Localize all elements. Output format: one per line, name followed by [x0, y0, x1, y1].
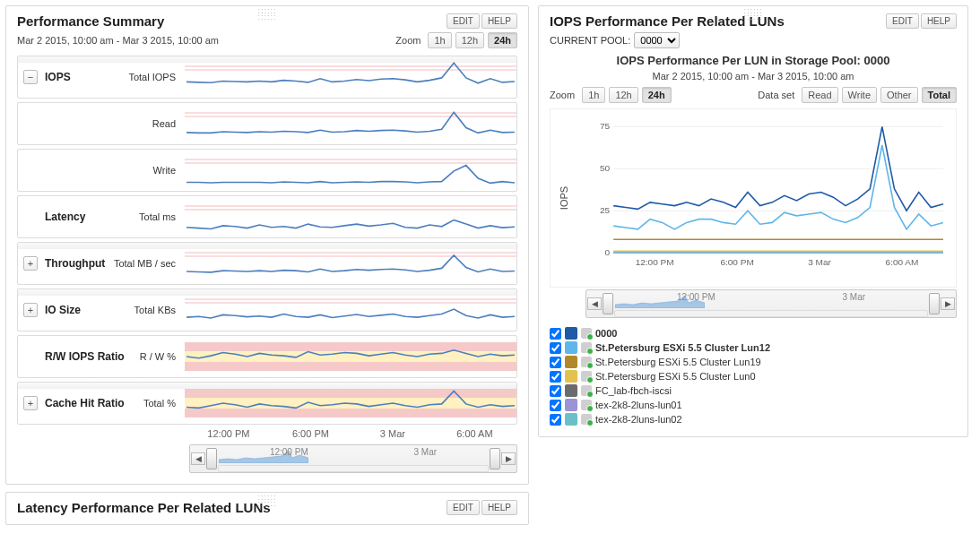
- scrub-prev-icon[interactable]: ◀: [587, 297, 602, 310]
- legend-label: FC_lab-fbch-iscsi: [595, 385, 672, 396]
- svg-rect-12: [185, 342, 516, 351]
- metric-row: Write: [17, 149, 517, 192]
- summary-time-axis: 12:00 PM 6:00 PM 3 Mar 6:00 AM: [189, 428, 517, 443]
- chart-scrubber[interactable]: ◀ 12:00 PM 3 Mar ▶: [585, 289, 957, 318]
- svg-text:6:00 PM: 6:00 PM: [720, 257, 753, 267]
- color-swatch-icon: [565, 384, 577, 397]
- svg-rect-13: [185, 362, 516, 371]
- zoom-12h[interactable]: 12h: [609, 87, 637, 103]
- dataset-read[interactable]: Read: [802, 87, 837, 103]
- svg-rect-16: [185, 409, 516, 418]
- svg-rect-15: [185, 389, 516, 398]
- expand-toggle-icon[interactable]: +: [23, 303, 38, 317]
- metric-sub: Total %: [143, 398, 176, 409]
- lun-icon: [581, 328, 592, 339]
- zoom-1h[interactable]: 1h: [582, 87, 605, 103]
- pool-select[interactable]: 0000: [634, 32, 680, 48]
- legend-checkbox[interactable]: [550, 357, 561, 368]
- sparkline: [185, 385, 516, 421]
- status-dot-icon: [586, 376, 594, 383]
- scrub-next-icon[interactable]: ▶: [501, 452, 516, 465]
- lun-icon: [581, 414, 592, 425]
- metric-name: IOPS: [45, 71, 128, 83]
- metric-sub: Write: [153, 165, 176, 176]
- legend-label: St.Petersburg ESXi 5.5 Cluster Lun12: [595, 342, 770, 353]
- help-button[interactable]: HELP: [481, 13, 517, 29]
- timeline-scrubber[interactable]: ◀ 12:00 PM 3 Mar ▶: [189, 444, 517, 473]
- metric-row: Read: [17, 102, 517, 145]
- dataset-other[interactable]: Other: [880, 87, 918, 103]
- zoom-24h[interactable]: 24h: [488, 32, 517, 48]
- dataset-label: Data set: [758, 90, 794, 100]
- legend-label: tex-2k8-2luns-lun01: [595, 400, 682, 410]
- svg-text:25: 25: [600, 205, 611, 215]
- metric-name: Throughput: [45, 257, 114, 270]
- legend-item: St.Petersburg ESXi 5.5 Cluster Lun12: [550, 341, 957, 354]
- current-pool-label: CURRENT POOL:: [550, 35, 630, 46]
- lun-icon: [581, 357, 592, 367]
- color-swatch-icon: [565, 399, 577, 411]
- metric-sub: Total ms: [139, 211, 176, 222]
- sparkline: [185, 245, 516, 281]
- edit-button[interactable]: EDIT: [447, 500, 480, 515]
- legend-checkbox[interactable]: [550, 385, 561, 397]
- legend-item: tex-2k8-2luns-lun02: [550, 413, 957, 426]
- scrub-track[interactable]: [614, 310, 928, 317]
- expand-toggle-icon[interactable]: +: [23, 256, 38, 271]
- expand-toggle-icon[interactable]: −: [23, 70, 38, 84]
- legend-item: tex-2k8-2luns-lun01: [550, 399, 957, 411]
- legend-checkbox[interactable]: [550, 371, 561, 383]
- metric-row: − IOPS Total IOPS: [17, 56, 517, 99]
- metric-sub: Total KBs: [134, 305, 176, 315]
- legend-item: 0000: [550, 327, 957, 340]
- color-swatch-icon: [565, 356, 577, 368]
- edit-button[interactable]: EDIT: [447, 13, 480, 29]
- scrub-handle-right[interactable]: [929, 293, 940, 314]
- drag-handle-icon[interactable]: ::::::::::::: [743, 8, 762, 21]
- zoom-label: Zoom: [550, 90, 575, 100]
- drag-handle-icon[interactable]: ::::::::::::: [257, 8, 276, 21]
- lun-icon: [581, 385, 592, 396]
- scrub-handle-left[interactable]: [603, 293, 613, 314]
- scrub-track[interactable]: [218, 465, 489, 472]
- scrub-prev-icon[interactable]: ◀: [191, 452, 205, 465]
- legend-label: St.Petersburg ESXi 5.5 Cluster Lun0: [595, 371, 756, 382]
- performance-summary-panel: :::::::::::: Performance Summary EDIT HE…: [5, 5, 529, 485]
- chart-title: IOPS Performance Per LUN in Storage Pool…: [550, 54, 957, 67]
- chart-legend: 0000 St.Petersburg ESXi 5.5 Cluster Lun1…: [550, 327, 957, 426]
- metric-name: Latency: [45, 211, 139, 223]
- legend-checkbox[interactable]: [550, 328, 561, 340]
- metric-row: Latency Total ms: [17, 195, 517, 238]
- zoom-1h[interactable]: 1h: [428, 32, 451, 48]
- scrub-handle-right[interactable]: [490, 448, 500, 469]
- expand-toggle-icon[interactable]: +: [23, 396, 38, 410]
- scrub-handle-left[interactable]: [206, 448, 217, 469]
- legend-checkbox[interactable]: [550, 342, 561, 354]
- dataset-write[interactable]: Write: [842, 87, 877, 103]
- legend-checkbox[interactable]: [550, 414, 561, 426]
- iops-per-lun-panel: :::::::::::: IOPS Performance Per Relate…: [538, 5, 968, 437]
- lun-icon: [581, 371, 592, 382]
- svg-text:0: 0: [605, 247, 611, 257]
- status-dot-icon: [586, 348, 594, 355]
- metric-sub: Total MB / sec: [114, 258, 176, 269]
- legend-checkbox[interactable]: [550, 400, 561, 411]
- latency-panel: :::::::::::: Latency Performance Per Rel…: [5, 492, 529, 525]
- zoom-label: Zoom: [395, 35, 421, 46]
- svg-text:75: 75: [600, 121, 611, 131]
- dataset-total[interactable]: Total: [922, 87, 957, 103]
- help-button[interactable]: HELP: [481, 500, 517, 515]
- zoom-12h[interactable]: 12h: [455, 32, 484, 48]
- zoom-24h[interactable]: 24h: [642, 87, 672, 103]
- svg-text:12:00 PM: 12:00 PM: [636, 257, 674, 267]
- metric-name: Cache Hit Ratio: [45, 397, 143, 409]
- svg-text:50: 50: [600, 163, 611, 173]
- edit-button[interactable]: EDIT: [886, 13, 919, 29]
- sparkline: [185, 106, 516, 142]
- help-button[interactable]: HELP: [921, 13, 957, 29]
- metric-sub: R / W %: [140, 351, 176, 362]
- scrub-next-icon[interactable]: ▶: [941, 297, 955, 310]
- color-swatch-icon: [565, 327, 577, 340]
- drag-handle-icon[interactable]: ::::::::::::: [257, 495, 276, 507]
- sparkline: [185, 292, 516, 328]
